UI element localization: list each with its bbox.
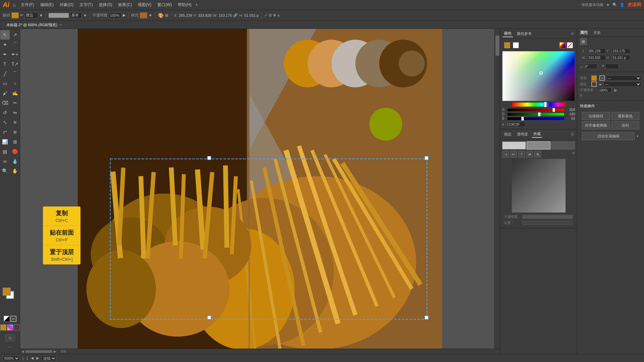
magic-wand-tool[interactable]: ✦ xyxy=(0,40,10,49)
g-thumb[interactable] xyxy=(538,112,541,116)
shape-mode-input[interactable] xyxy=(24,12,38,18)
global-edit-btn[interactable]: 启动全局编辑 xyxy=(582,132,635,140)
symbol-sprayer-tool[interactable]: 💧 xyxy=(10,157,20,166)
opacity-more-btn[interactable]: ▶ xyxy=(614,88,617,93)
stroke-select[interactable]: — xyxy=(603,81,641,87)
spectrum-bar[interactable] xyxy=(512,103,566,107)
rotate-tool[interactable]: ↺ xyxy=(0,108,10,117)
select-tool[interactable]: ↖ xyxy=(0,30,10,40)
attr-y-input[interactable] xyxy=(612,48,630,54)
page-nav-right[interactable]: ▶ xyxy=(36,356,39,360)
align-icon[interactable]: ⊟ xyxy=(269,13,272,17)
line-tool[interactable]: ╱ xyxy=(0,69,10,78)
shear-input[interactable] xyxy=(605,64,619,69)
recolor-icon[interactable]: 🎨 xyxy=(158,13,164,18)
add-anchor-tool[interactable]: ✒+ xyxy=(10,50,20,59)
opacity-input[interactable] xyxy=(109,12,121,18)
stroke-expand[interactable]: ▶ xyxy=(599,82,602,86)
blob-brush-tool[interactable]: ✍ xyxy=(10,88,20,98)
r-track[interactable] xyxy=(507,109,564,111)
attr-w-input[interactable] xyxy=(587,55,606,60)
tab-main[interactable]: 未标题-2* @ 600% (RGB/预览) ✕ xyxy=(3,21,66,28)
fill-swatch[interactable] xyxy=(591,75,597,81)
eraser-tool[interactable]: ⌫ xyxy=(0,98,10,108)
color-panel-menu[interactable]: ☰ xyxy=(571,32,574,36)
canvas-area[interactable]: 复制 Ctrl+C 贴在前面 Ctrl+F 置于顶层 Shift+Ctrl+] … xyxy=(20,29,500,354)
more-tools-btn[interactable]: ··· xyxy=(8,344,12,350)
b-track[interactable] xyxy=(507,117,564,120)
flip-h-icon[interactable]: ⇌ xyxy=(526,151,533,158)
g-track[interactable] xyxy=(507,113,564,116)
spectrum-swatch[interactable] xyxy=(559,42,566,48)
align-left-icon[interactable]: ⊣ xyxy=(502,151,509,158)
arrange-btn[interactable]: 排列 xyxy=(611,121,640,129)
none-swatch[interactable] xyxy=(567,42,573,48)
reflect-tool[interactable]: ⇋ xyxy=(10,108,20,117)
grid-icon[interactable]: ⊞ xyxy=(165,13,168,18)
none-mode-btn[interactable] xyxy=(14,324,20,330)
type-normal[interactable] xyxy=(527,141,550,149)
arc-tool[interactable]: ⌒ xyxy=(10,69,20,78)
fg-swatch-small[interactable] xyxy=(504,42,510,48)
touch-type-tool[interactable]: T↗ xyxy=(10,59,20,69)
type-darken[interactable] xyxy=(551,141,575,149)
opacity-bar[interactable] xyxy=(522,215,573,219)
width-tool[interactable]: ⥂ xyxy=(0,127,10,137)
v-scroll-thumb[interactable] xyxy=(495,36,499,56)
menu-effect[interactable]: 效果(C) xyxy=(115,1,135,8)
pathfinder-icon[interactable]: ⊕ xyxy=(273,13,276,17)
shear-tool[interactable]: ⤧ xyxy=(10,118,20,127)
v-scrollbar[interactable] xyxy=(494,29,500,354)
color-picker-cursor[interactable] xyxy=(539,71,543,75)
tab-close-btn[interactable]: ✕ xyxy=(59,23,62,27)
blend-tool[interactable]: ∞ xyxy=(0,157,10,166)
color-tab[interactable]: 颜色 xyxy=(503,30,513,37)
stroke-style-input[interactable] xyxy=(70,12,82,18)
scroll-left-btn[interactable]: ◀ xyxy=(21,350,24,353)
align-pixel-btn[interactable]: 对齐像素网格 xyxy=(582,121,610,129)
type-tool[interactable]: T xyxy=(0,59,10,69)
workspace-dropdown-icon[interactable]: ▼ xyxy=(606,3,610,7)
fill-select[interactable]: — xyxy=(606,75,641,81)
r-thumb[interactable] xyxy=(552,108,555,112)
pen-tool[interactable]: ✒ xyxy=(0,50,10,59)
color-gradient-box[interactable] xyxy=(502,51,575,101)
menu-window[interactable]: 窗口(W) xyxy=(155,1,174,8)
attr-h-input[interactable] xyxy=(612,55,630,60)
spectrum-thumb[interactable] xyxy=(544,102,547,107)
path-offset-btn[interactable]: 位移路径 xyxy=(582,112,610,120)
gradient-mode-btn[interactable] xyxy=(7,324,13,330)
fg-color-swatch[interactable] xyxy=(3,288,11,296)
scale-tool[interactable]: ⤡ xyxy=(0,118,10,127)
shape-dropdown-icon[interactable]: ▼ xyxy=(39,13,43,17)
gradient-tool[interactable]: ▤ xyxy=(0,147,10,156)
stt-menu[interactable]: ☰ xyxy=(571,132,574,136)
flip-v-icon[interactable]: ⇅ xyxy=(534,151,541,158)
search-icon[interactable]: 🔍 xyxy=(612,3,617,7)
copy-menu-item[interactable]: 复制 Ctrl+C xyxy=(43,206,80,226)
h-scrollbar[interactable]: ◀ ▶ 连续 xyxy=(20,349,500,354)
paste-front-menu-item[interactable]: 贴在前面 Ctrl+F xyxy=(43,226,80,245)
align-center-icon[interactable]: ⊢ xyxy=(510,151,517,158)
opacity-attr-input[interactable] xyxy=(598,87,611,93)
workspace-selector[interactable]: 传统基本功能 xyxy=(581,2,603,7)
fill-none[interactable]: ⊕ xyxy=(599,75,605,81)
color-mode-btn[interactable] xyxy=(0,324,6,330)
recolor-btn[interactable]: 重新着色 xyxy=(611,112,640,120)
menu-view[interactable]: 视图(V) xyxy=(135,1,154,8)
type-none[interactable] xyxy=(502,141,526,149)
direct-select-tool[interactable]: ↗ xyxy=(10,30,20,40)
transform-icon[interactable]: ⤢ xyxy=(264,13,267,17)
paintbrush-tool[interactable]: 🖌 xyxy=(0,88,10,98)
more-tools-icon[interactable]: ≡ xyxy=(277,13,279,17)
status-mode-select[interactable]: 连续 单页 xyxy=(42,356,56,361)
hand-tool[interactable]: ✋ xyxy=(10,166,20,176)
bg-swatch-small[interactable] xyxy=(513,42,519,48)
artboard-tool[interactable]: ⊡ xyxy=(5,335,15,341)
column-graph-tool[interactable]: 📊 xyxy=(0,137,10,146)
style-swatch[interactable] xyxy=(140,12,147,18)
fill-color-swatch[interactable] xyxy=(11,12,19,18)
menu-file[interactable]: 文件(F) xyxy=(18,1,37,8)
swap-colors-btn[interactable]: ⇄ xyxy=(10,316,16,322)
h-scroll-thumb[interactable] xyxy=(25,350,52,353)
